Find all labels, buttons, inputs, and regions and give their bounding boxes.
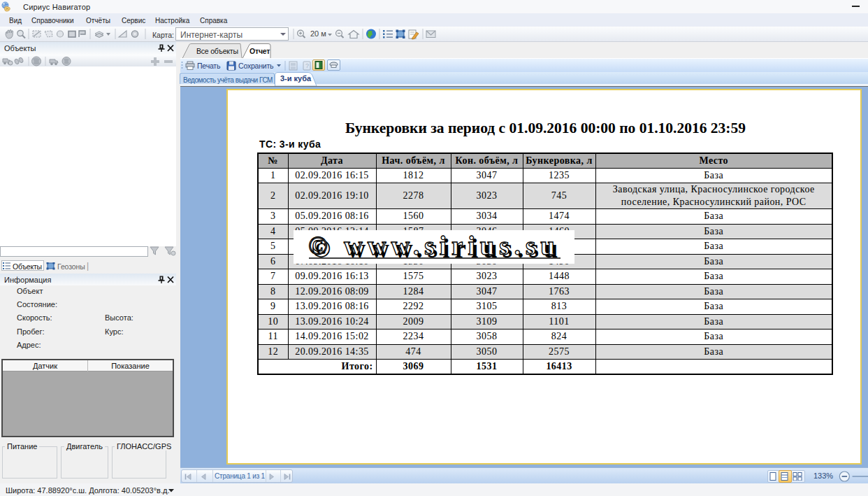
svg-text:?: ? (305, 62, 309, 69)
svg-text:© www.sirius.su: © www.sirius.su (308, 232, 560, 260)
svg-text:20 м: 20 м (310, 29, 326, 38)
